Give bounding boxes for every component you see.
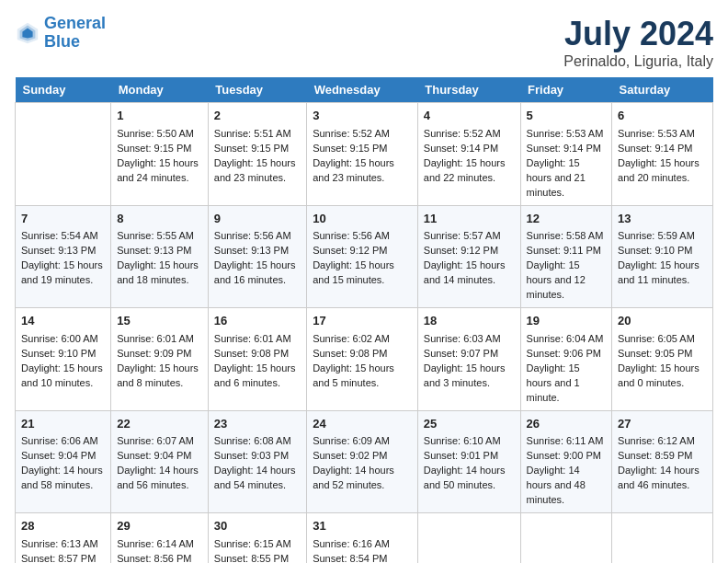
day-number: 20: [618, 313, 707, 330]
calendar-cell: 28Sunrise: 6:13 AMSunset: 8:57 PMDayligh…: [16, 513, 111, 563]
header-row: SundayMondayTuesdayWednesdayThursdayFrid…: [16, 77, 713, 103]
day-info: Sunrise: 5:55 AMSunset: 9:13 PMDaylight:…: [117, 230, 199, 285]
day-number: 18: [424, 313, 515, 330]
calendar-cell: 2Sunrise: 5:51 AMSunset: 9:15 PMDaylight…: [208, 103, 306, 206]
calendar-cell: 1Sunrise: 5:50 AMSunset: 9:15 PMDaylight…: [111, 103, 209, 206]
day-info: Sunrise: 5:56 AMSunset: 9:13 PMDaylight:…: [214, 230, 296, 285]
calendar-cell: 21Sunrise: 6:06 AMSunset: 9:04 PMDayligh…: [16, 410, 111, 513]
day-number: 22: [117, 416, 202, 433]
calendar-week-row: 28Sunrise: 6:13 AMSunset: 8:57 PMDayligh…: [16, 513, 713, 563]
calendar-cell: 6Sunrise: 5:53 AMSunset: 9:14 PMDaylight…: [612, 103, 713, 206]
calendar-cell: 7Sunrise: 5:54 AMSunset: 9:13 PMDaylight…: [16, 205, 111, 308]
day-info: Sunrise: 6:01 AMSunset: 9:08 PMDaylight:…: [214, 333, 296, 388]
day-info: Sunrise: 5:53 AMSunset: 9:14 PMDaylight:…: [618, 128, 700, 183]
day-info: Sunrise: 6:11 AMSunset: 9:00 PMDaylight:…: [527, 435, 604, 505]
day-info: Sunrise: 5:59 AMSunset: 9:10 PMDaylight:…: [618, 230, 700, 285]
day-number: 31: [313, 518, 412, 535]
day-info: Sunrise: 6:03 AMSunset: 9:07 PMDaylight:…: [424, 333, 506, 388]
day-number: 27: [618, 416, 707, 433]
day-info: Sunrise: 5:53 AMSunset: 9:14 PMDaylight:…: [527, 128, 604, 198]
calendar-cell: 15Sunrise: 6:01 AMSunset: 9:09 PMDayligh…: [111, 308, 209, 411]
day-number: 4: [424, 108, 515, 125]
calendar-table: SundayMondayTuesdayWednesdayThursdayFrid…: [15, 77, 713, 563]
calendar-week-row: 21Sunrise: 6:06 AMSunset: 9:04 PMDayligh…: [16, 410, 713, 513]
logo-text: General Blue: [44, 15, 106, 52]
day-info: Sunrise: 5:52 AMSunset: 9:15 PMDaylight:…: [313, 128, 394, 183]
calendar-week-row: 1Sunrise: 5:50 AMSunset: 9:15 PMDaylight…: [16, 103, 713, 206]
column-header-monday: Monday: [111, 77, 209, 103]
day-number: 19: [527, 313, 606, 330]
day-number: 26: [527, 416, 606, 433]
day-number: 25: [424, 416, 515, 433]
main-title: July 2024: [563, 15, 713, 53]
day-info: Sunrise: 5:50 AMSunset: 9:15 PMDaylight:…: [117, 128, 199, 183]
day-info: Sunrise: 5:58 AMSunset: 9:11 PMDaylight:…: [527, 230, 604, 300]
day-number: 14: [21, 313, 105, 330]
title-block: July 2024 Perinaldo, Liguria, Italy: [563, 15, 713, 70]
calendar-cell: 27Sunrise: 6:12 AMSunset: 8:59 PMDayligh…: [612, 410, 713, 513]
column-header-saturday: Saturday: [612, 77, 713, 103]
day-number: 11: [424, 211, 515, 228]
page-header: General Blue July 2024 Perinaldo, Liguri…: [15, 15, 713, 70]
calendar-cell: 29Sunrise: 6:14 AMSunset: 8:56 PMDayligh…: [111, 513, 209, 563]
day-number: 16: [214, 313, 301, 330]
calendar-cell: 25Sunrise: 6:10 AMSunset: 9:01 PMDayligh…: [417, 410, 520, 513]
day-number: 17: [313, 313, 412, 330]
calendar-cell: [16, 103, 111, 206]
day-info: Sunrise: 6:15 AMSunset: 8:55 PMDaylight:…: [214, 538, 296, 563]
column-header-friday: Friday: [520, 77, 611, 103]
day-info: Sunrise: 6:12 AMSunset: 8:59 PMDaylight:…: [618, 435, 700, 490]
day-info: Sunrise: 6:14 AMSunset: 8:56 PMDaylight:…: [117, 538, 199, 563]
day-number: 9: [214, 211, 301, 228]
calendar-cell: [612, 513, 713, 563]
day-number: 23: [214, 416, 301, 433]
calendar-cell: 26Sunrise: 6:11 AMSunset: 9:00 PMDayligh…: [520, 410, 611, 513]
day-number: 10: [313, 211, 412, 228]
day-number: 30: [214, 518, 301, 535]
logo-icon: [15, 20, 40, 46]
column-header-thursday: Thursday: [417, 77, 520, 103]
day-info: Sunrise: 6:06 AMSunset: 9:04 PMDaylight:…: [21, 435, 103, 490]
day-info: Sunrise: 5:52 AMSunset: 9:14 PMDaylight:…: [424, 128, 506, 183]
day-info: Sunrise: 6:13 AMSunset: 8:57 PMDaylight:…: [21, 538, 103, 563]
calendar-cell: 20Sunrise: 6:05 AMSunset: 9:05 PMDayligh…: [612, 308, 713, 411]
calendar-cell: 23Sunrise: 6:08 AMSunset: 9:03 PMDayligh…: [208, 410, 306, 513]
calendar-cell: 16Sunrise: 6:01 AMSunset: 9:08 PMDayligh…: [208, 308, 306, 411]
day-info: Sunrise: 6:04 AMSunset: 9:06 PMDaylight:…: [527, 333, 604, 403]
column-header-tuesday: Tuesday: [208, 77, 306, 103]
day-number: 5: [527, 108, 606, 125]
day-number: 7: [21, 211, 105, 228]
day-number: 1: [117, 108, 202, 125]
logo: General Blue: [15, 15, 106, 52]
column-header-wednesday: Wednesday: [307, 77, 418, 103]
day-number: 28: [21, 518, 105, 535]
calendar-cell: 18Sunrise: 6:03 AMSunset: 9:07 PMDayligh…: [417, 308, 520, 411]
day-number: 8: [117, 211, 202, 228]
day-number: 21: [21, 416, 105, 433]
day-number: 13: [618, 211, 707, 228]
day-info: Sunrise: 6:01 AMSunset: 9:09 PMDaylight:…: [117, 333, 199, 388]
day-info: Sunrise: 5:54 AMSunset: 9:13 PMDaylight:…: [21, 230, 103, 285]
calendar-cell: 5Sunrise: 5:53 AMSunset: 9:14 PMDaylight…: [520, 103, 611, 206]
calendar-cell: [520, 513, 611, 563]
calendar-cell: 31Sunrise: 6:16 AMSunset: 8:54 PMDayligh…: [307, 513, 418, 563]
column-header-sunday: Sunday: [16, 77, 111, 103]
calendar-cell: [417, 513, 520, 563]
calendar-cell: 19Sunrise: 6:04 AMSunset: 9:06 PMDayligh…: [520, 308, 611, 411]
day-number: 12: [527, 211, 606, 228]
day-info: Sunrise: 6:05 AMSunset: 9:05 PMDaylight:…: [618, 333, 700, 388]
day-number: 15: [117, 313, 202, 330]
day-info: Sunrise: 6:16 AMSunset: 8:54 PMDaylight:…: [313, 538, 394, 563]
calendar-week-row: 7Sunrise: 5:54 AMSunset: 9:13 PMDaylight…: [16, 205, 713, 308]
calendar-cell: 22Sunrise: 6:07 AMSunset: 9:04 PMDayligh…: [111, 410, 209, 513]
day-number: 29: [117, 518, 202, 535]
calendar-cell: 10Sunrise: 5:56 AMSunset: 9:12 PMDayligh…: [307, 205, 418, 308]
day-number: 24: [313, 416, 412, 433]
day-number: 2: [214, 108, 301, 125]
day-info: Sunrise: 6:09 AMSunset: 9:02 PMDaylight:…: [313, 435, 394, 490]
day-info: Sunrise: 5:57 AMSunset: 9:12 PMDaylight:…: [424, 230, 506, 285]
calendar-cell: 8Sunrise: 5:55 AMSunset: 9:13 PMDaylight…: [111, 205, 209, 308]
day-info: Sunrise: 6:02 AMSunset: 9:08 PMDaylight:…: [313, 333, 394, 388]
calendar-cell: 4Sunrise: 5:52 AMSunset: 9:14 PMDaylight…: [417, 103, 520, 206]
calendar-cell: 9Sunrise: 5:56 AMSunset: 9:13 PMDaylight…: [208, 205, 306, 308]
